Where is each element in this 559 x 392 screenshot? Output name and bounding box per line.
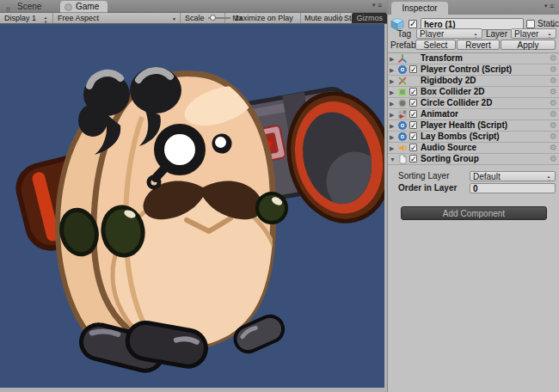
foldout-icon[interactable] [390,98,396,109]
order-in-layer-row: Order in Layer [388,183,559,193]
aspect-dropdown[interactable]: Free Aspect [53,13,181,23]
gear-icon[interactable] [550,87,557,97]
layer-label: Layer [486,28,507,40]
prefab-row: Prefab Select Revert Apply [388,40,559,51]
scale-label: Scale [185,14,205,22]
foldout-icon[interactable] [390,109,396,120]
component-list: Transform Player Control (Script) [388,52,559,165]
sorting-group-properties: Sorting Layer Default Order in Layer [388,169,559,195]
inspector-panel: Inspector Static Tag Player Layer Player [387,0,559,392]
component-enabled-checkbox[interactable] [409,121,417,129]
gear-icon[interactable] [550,53,557,64]
popup-arrows-icon [474,30,480,39]
component-row-box-collider2d[interactable]: Box Collider 2D [388,87,559,98]
component-enabled-checkbox[interactable] [409,144,417,151]
popup-arrows-icon [44,14,50,22]
component-enabled-checkbox[interactable] [409,155,417,162]
sorting-group-icon [397,154,408,164]
gear-icon[interactable] [550,143,557,153]
panel-menu-icon[interactable] [544,3,556,11]
script-icon [397,64,408,75]
component-row-lay-bombs[interactable]: Lay Bombs (Script) [388,132,559,143]
tag-label: Tag [397,28,411,40]
transform-icon [397,53,408,64]
popup-arrows-icon [547,173,553,181]
game-panel-tab-strip: Scene Game [0,0,387,13]
static-checkbox[interactable] [526,20,535,28]
tab-game-label: Game [76,2,99,11]
component-row-audio-source[interactable]: Audio Source [388,143,559,154]
panel-menu-icon[interactable] [372,3,384,10]
circle-collider2d-icon [397,98,408,108]
tag-layer-row: Tag Player Layer Player [388,28,559,40]
component-row-animator[interactable]: Animator [388,109,559,120]
foldout-icon[interactable] [390,53,396,64]
game-view-toolbar: Display 1 Free Aspect Scale 1x Maximize … [0,13,387,24]
tab-scene-label: Scene [17,2,41,11]
popup-arrows-icon [548,30,554,39]
foldout-icon[interactable] [390,132,396,143]
component-row-transform[interactable]: Transform [388,53,559,64]
gear-icon[interactable] [550,76,557,86]
game-character-render [0,24,384,388]
layer-dropdown[interactable]: Player [511,28,556,39]
script-icon [397,120,408,131]
component-row-circle-collider2d[interactable]: Circle Collider 2D [388,98,559,109]
game-icon [64,3,72,11]
script-icon [397,132,408,142]
prefab-label: Prefab [390,40,415,51]
gear-icon[interactable] [550,64,557,75]
animator-icon [397,109,408,119]
unity-editor-window: Scene Game Display 1 Free Aspect Scale 1… [0,0,559,392]
game-panel-bottom-edge [0,388,387,392]
rigidbody2d-icon [397,76,408,86]
gear-icon[interactable] [550,154,557,164]
foldout-icon[interactable] [390,76,396,87]
component-enabled-checkbox[interactable] [409,99,417,107]
gear-icon[interactable] [550,132,557,142]
component-row-player-health[interactable]: Player Health (Script) [388,120,559,132]
audio-source-icon [397,143,408,153]
component-enabled-checkbox[interactable] [409,132,417,140]
prefab-apply-button[interactable]: Apply [501,40,556,50]
tab-inspector[interactable]: Inspector [391,2,448,15]
gizmos-dropdown[interactable]: Gizmos [352,13,387,23]
tag-dropdown[interactable]: Player [416,28,482,39]
sorting-layer-row: Sorting Layer Default [388,171,559,181]
order-in-layer-field[interactable] [470,183,556,193]
order-in-layer-label: Order in Layer [398,183,457,193]
tab-scene[interactable]: Scene [2,1,50,13]
foldout-icon[interactable] [390,64,396,76]
component-enabled-checkbox[interactable] [409,88,417,95]
grid-hash-icon [6,3,14,11]
foldout-icon[interactable] [390,87,396,98]
display-dropdown[interactable]: Display 1 [0,13,53,23]
maximize-on-play-button[interactable]: Maximize on Play [225,13,301,23]
game-panel: Scene Game Display 1 Free Aspect Scale 1… [0,0,387,392]
prefab-revert-button[interactable]: Revert [457,40,500,50]
scale-slider-group: Scale 1x [181,13,225,23]
sorting-layer-label: Sorting Layer [398,171,449,181]
gameobject-active-checkbox[interactable] [408,20,417,28]
box-collider2d-icon [397,87,408,97]
gear-icon[interactable] [550,109,557,119]
foldout-icon[interactable] [390,143,396,154]
chevron-down-icon [172,13,176,24]
prefab-select-button[interactable]: Select [415,40,456,50]
component-enabled-checkbox[interactable] [409,110,417,118]
foldout-icon[interactable] [390,154,396,165]
component-enabled-checkbox[interactable] [409,65,417,73]
gear-icon[interactable] [550,120,557,131]
component-row-rigidbody2d[interactable]: Rigidbody 2D [388,76,559,87]
sorting-layer-dropdown[interactable]: Default [470,171,556,181]
tab-game[interactable]: Game [60,1,108,13]
game-viewport[interactable] [0,24,384,388]
foldout-icon[interactable] [390,120,396,132]
component-row-player-control[interactable]: Player Control (Script) [388,64,559,76]
add-component-button[interactable]: Add Component [401,206,547,220]
inspector-tab-strip: Inspector [388,0,559,15]
component-row-sorting-group[interactable]: Sorting Group [388,154,559,165]
gear-icon[interactable] [550,98,557,108]
scale-slider-knob[interactable] [210,15,216,21]
mute-audio-button[interactable]: Mute audio [301,13,341,23]
